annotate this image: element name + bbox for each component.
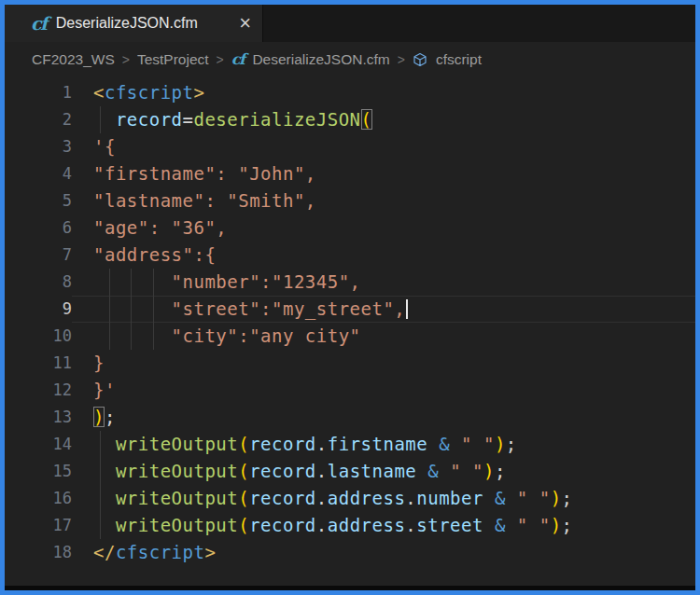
code-token: " " [517, 488, 551, 508]
indent-guide [109, 296, 110, 323]
line-number[interactable]: 4 [5, 160, 72, 187]
code-token: < [93, 82, 105, 103]
code-token: & [495, 515, 506, 535]
code-token [439, 461, 450, 481]
code-token: }' [93, 380, 116, 400]
breadcrumb-item-project[interactable]: TestProject [137, 51, 209, 68]
code-token: ) [93, 407, 105, 427]
line-number[interactable]: 5 [5, 187, 72, 214]
tab-bar: cf DeserializeJSON.cfm × [5, 5, 695, 42]
tab-deserializejson[interactable]: cf DeserializeJSON.cfm × [5, 5, 263, 42]
code-token [416, 461, 427, 481]
code-token: address [328, 488, 406, 508]
line-number[interactable]: 15 [5, 458, 72, 485]
code-token: street [416, 515, 483, 535]
code-row: 9 "street":"my_street", [5, 296, 695, 323]
code-row: 11} [5, 350, 695, 377]
code-row: 4"firstname": "John", [5, 160, 695, 187]
code-line[interactable]: }' [72, 377, 695, 404]
indent-guide [131, 296, 132, 323]
code-row: 13); [5, 404, 695, 431]
code-token: cfscript [116, 542, 205, 562]
code-line[interactable]: writeOutput(record.firstname & " "); [72, 431, 695, 458]
code-line[interactable]: "lastname": "Smith", [72, 187, 695, 214]
code-row: 16 writeOutput(record.address.number & "… [5, 485, 695, 512]
line-number[interactable]: 17 [5, 512, 72, 539]
code-token: number [416, 488, 483, 508]
line-number[interactable]: 7 [5, 242, 72, 269]
code-row: 14 writeOutput(record.firstname & " "); [5, 431, 695, 458]
code-token [506, 488, 517, 508]
code-row: 1<cfscript> [5, 79, 695, 106]
line-number[interactable]: 12 [5, 377, 72, 404]
code-row: 15 writeOutput(record.lastname & " "); [5, 458, 695, 485]
breadcrumb-item-file[interactable]: DeserializeJSON.cfm [252, 51, 389, 68]
code-line[interactable]: "address":{ [72, 242, 695, 269]
line-number[interactable]: 1 [5, 79, 72, 106]
indent-guide [153, 296, 154, 323]
code-row: 12}' [5, 377, 695, 404]
symbol-cube-icon [413, 52, 427, 67]
code-token: writeOutput [93, 488, 238, 508]
code-token [427, 434, 439, 454]
indent-guide [153, 269, 154, 296]
code-line[interactable]: "city":"any city" [72, 323, 695, 350]
code-line[interactable]: "firstname": "John", [72, 160, 695, 187]
indent-guide [100, 485, 101, 512]
line-number[interactable]: 13 [5, 404, 72, 431]
line-number[interactable]: 11 [5, 350, 72, 377]
tab-title: DeserializeJSON.cfm [56, 15, 198, 32]
code-editor[interactable]: 1<cfscript>2 record=deserializeJSON(3'{4… [5, 76, 695, 586]
line-number[interactable]: 2 [5, 106, 72, 133]
code-line[interactable]: "number":"12345", [72, 269, 695, 296]
code-line[interactable]: "street":"my_street", [72, 296, 695, 323]
code-row: 18</cfscript> [5, 539, 695, 566]
code-token: record [249, 434, 316, 454]
line-number[interactable]: 14 [5, 431, 72, 458]
code-line[interactable]: ); [72, 404, 695, 431]
code-line[interactable]: } [72, 350, 695, 377]
code-line[interactable]: <cfscript> [72, 79, 695, 106]
code-token: record [249, 461, 316, 481]
code-line[interactable]: writeOutput(record.lastname & " "); [72, 458, 695, 485]
code-token: ) [551, 515, 562, 535]
line-number[interactable]: 6 [5, 214, 72, 242]
code-token: record [93, 109, 183, 130]
line-number[interactable]: 16 [5, 485, 72, 512]
code-line[interactable]: "age": "36", [72, 214, 695, 242]
code-token: . [316, 434, 328, 454]
code-row: 8 "number":"12345", [5, 269, 695, 296]
code-token: ) [495, 434, 506, 454]
indent-guide [131, 269, 132, 296]
line-number[interactable]: 9 [5, 296, 72, 323]
code-line[interactable]: writeOutput(record.address.street & " ")… [72, 512, 695, 539]
indent-guide [153, 323, 154, 350]
indent-guide [109, 323, 110, 350]
line-number[interactable]: 8 [5, 269, 72, 296]
code-token [483, 515, 495, 535]
code-line[interactable]: '{ [72, 133, 695, 160]
breadcrumb-item-workspace[interactable]: CF2023_WS [32, 51, 115, 68]
code-token: </ [93, 542, 116, 562]
code-token: & [439, 434, 450, 454]
code-line[interactable]: writeOutput(record.address.number & " ")… [72, 485, 695, 512]
text-cursor [406, 299, 408, 319]
code-token [450, 434, 461, 454]
code-line[interactable]: record=deserializeJSON( [72, 106, 695, 133]
code-token: ; [506, 434, 517, 454]
code-token: lastname [328, 461, 417, 481]
code-token: "city":"any city" [93, 325, 361, 346]
indent-guide [100, 512, 101, 539]
breadcrumb-item-symbol[interactable]: cfscript [436, 51, 482, 68]
line-number[interactable]: 18 [5, 539, 72, 566]
code-token: "street":"my_street", [93, 298, 405, 319]
close-icon[interactable]: × [239, 13, 251, 34]
line-number[interactable]: 3 [5, 133, 72, 160]
code-token: > [193, 82, 204, 103]
code-token: ( [238, 488, 249, 508]
line-number[interactable]: 10 [5, 323, 72, 350]
code-token: "age": "36", [93, 217, 227, 238]
code-token: ; [562, 515, 573, 535]
breadcrumb: CF2023_WS > TestProject > cf Deserialize… [5, 42, 695, 76]
code-line[interactable]: </cfscript> [72, 539, 695, 566]
